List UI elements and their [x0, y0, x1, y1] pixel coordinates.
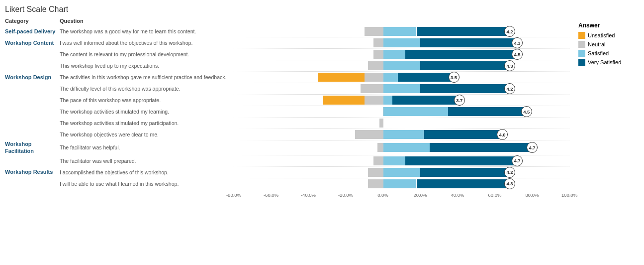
very-satisfied-segment [420, 61, 510, 70]
neutral-segment [355, 130, 383, 139]
very-satisfied-segment [417, 179, 510, 188]
legend-color [578, 59, 585, 66]
score-label: 4.3 [504, 60, 515, 71]
chart-title: Likert Scale Chart [5, 5, 639, 14]
question-cell: The facilitator was helpful. [60, 144, 234, 150]
x-axis-label: -20.0% [338, 192, 353, 198]
very-satisfied-segment [405, 156, 517, 165]
score-label: 3.5 [449, 72, 460, 83]
header-row: Category Question [5, 18, 569, 24]
satisfied-segment [383, 130, 424, 139]
data-rows: Self-paced DeliveryThe workshop was a go… [5, 26, 569, 189]
question-cell: The workshop objectives were clear to me… [60, 132, 234, 137]
legend-item: Neutral [578, 41, 635, 48]
neutral-segment [365, 96, 383, 105]
score-label: 4.7 [512, 155, 523, 166]
question-cell: The pace of this workshop was appropriat… [60, 97, 234, 103]
question-cell: The workshop activities stimulated my le… [60, 109, 234, 115]
very-satisfied-segment [392, 96, 460, 105]
very-satisfied-segment [420, 38, 517, 47]
bar-wrapper: 4.0 [234, 130, 569, 139]
question-cell: This workshop lived up to my expectation… [60, 63, 234, 69]
unsatisfied-segment [318, 73, 365, 82]
table-row: Self-paced DeliveryThe workshop was a go… [5, 26, 569, 37]
question-cell: I will be able to use what I learned in … [60, 181, 234, 187]
category-cell: Workshop Content [5, 39, 60, 46]
bar-cell: 4.3 [234, 179, 569, 188]
score-label: 4.5 [521, 106, 532, 117]
very-satisfied-segment [417, 27, 510, 36]
satisfied-segment [383, 107, 448, 116]
question-cell: The content is relevant to my profession… [60, 51, 234, 57]
legend-color [578, 32, 585, 39]
bar-cell: 3.7 [234, 96, 569, 105]
table-row: The difficulty level of this workshop wa… [5, 83, 569, 94]
neutral-segment [373, 38, 383, 47]
satisfied-segment [383, 61, 420, 70]
legend-label: Very Satisfied [588, 59, 621, 65]
table-row: The workshop objectives were clear to me… [5, 129, 569, 140]
neutral-segment [373, 50, 383, 59]
question-cell: I accomplished the objectives of this wo… [60, 169, 234, 175]
neutral-segment [368, 179, 383, 188]
satisfied-segment [383, 84, 420, 93]
bar-wrapper [234, 119, 569, 128]
category-cell: Workshop Results [5, 168, 60, 175]
bar-cell [234, 119, 569, 128]
table-row: Workshop ContentI was well informed abou… [5, 37, 569, 48]
bar-wrapper: 4.3 [234, 38, 569, 47]
x-axis-label: 20.0% [414, 192, 427, 198]
bar-wrapper: 4.3 [234, 61, 569, 70]
very-satisfied-segment [430, 143, 532, 152]
category-cell: Self-paced Delivery [5, 28, 60, 35]
satisfied-segment [383, 143, 430, 152]
bar-wrapper: 4.7 [234, 143, 569, 152]
legend-label: Satisfied [588, 50, 609, 56]
neutral-segment [368, 61, 383, 70]
score-label: 4.7 [527, 142, 538, 153]
legend-label: Unsatisfied [588, 32, 615, 38]
satisfied-segment [383, 38, 420, 47]
x-axis-label: 60.0% [488, 192, 502, 198]
bar-wrapper: 4.3 [234, 179, 569, 188]
neutral-segment [365, 27, 383, 36]
question-cell: I was well informed about the objectives… [60, 40, 234, 46]
score-label: 4.2 [504, 167, 515, 178]
very-satisfied-segment [405, 50, 517, 59]
chart-header [234, 18, 569, 24]
x-axis-label: -60.0% [264, 192, 278, 198]
very-satisfied-segment [424, 130, 503, 139]
chart-container: Category Question Self-paced DeliveryThe… [5, 18, 639, 201]
very-satisfied-segment [448, 107, 527, 116]
legend-color [578, 41, 585, 48]
neutral-segment [377, 143, 383, 152]
bar-cell: 4.7 [234, 156, 569, 165]
table-row: This workshop lived up to my expectation… [5, 60, 569, 71]
score-label: 4.0 [497, 129, 508, 140]
x-axis-label: 0.0% [377, 192, 388, 198]
table-row: The pace of this workshop was appropriat… [5, 95, 569, 106]
bar-wrapper: 4.2 [234, 84, 569, 93]
legend-panel: Answer UnsatisfiedNeutralSatisfiedVery S… [574, 18, 639, 201]
bar-wrapper: 4.2 [234, 27, 569, 36]
bar-cell: 4.5 [234, 107, 569, 116]
bar-cell: 4.5 [234, 50, 569, 59]
legend-title: Answer [578, 22, 635, 29]
bar-cell: 4.0 [234, 130, 569, 139]
x-axis: -80.0%-60.0%-40.0%-20.0%0.0%20.0%40.0%60… [234, 191, 569, 201]
table-row: Workshop FacilitationThe facilitator was… [5, 140, 569, 155]
score-label: 4.2 [504, 83, 515, 94]
satisfied-segment [383, 50, 405, 59]
satisfied-segment [383, 27, 417, 36]
table-row: The workshop activities stimulated my le… [5, 106, 569, 117]
neutral-segment [365, 73, 383, 82]
table-row: The workshop activities stimulated my pa… [5, 118, 569, 129]
legend-items: UnsatisfiedNeutralSatisfiedVery Satisfie… [578, 32, 635, 66]
very-satisfied-segment [420, 84, 510, 93]
question-cell: The facilitator was well prepared. [60, 158, 234, 164]
x-axis-label: -80.0% [226, 192, 241, 198]
bar-cell: 4.2 [234, 168, 569, 177]
x-axis-container: -80.0%-60.0%-40.0%-20.0%0.0%20.0%40.0%60… [5, 191, 569, 201]
bar-cell: 4.3 [234, 38, 569, 47]
bar-wrapper: 4.7 [234, 156, 569, 165]
